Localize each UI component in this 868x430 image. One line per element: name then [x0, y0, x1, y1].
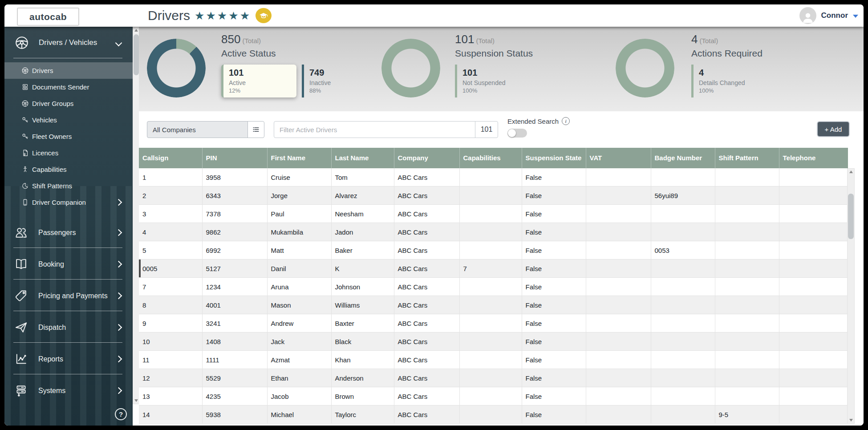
column-header-suspension-state[interactable]: Suspension State: [522, 148, 586, 168]
person-icon: [801, 11, 815, 24]
stat-item-active[interactable]: 101 Active 12%: [221, 65, 296, 97]
stat-item-inactive[interactable]: 749 Inactive 88%: [302, 65, 367, 97]
user-menu[interactable]: Connor: [799, 4, 858, 27]
table-row[interactable]: 00055127DanilKABC Cars7False: [139, 260, 848, 278]
table-cell: 14: [139, 406, 202, 424]
sidebar-item-capabilities[interactable]: Capabilities: [4, 161, 133, 178]
column-header-first-name[interactable]: First Name: [267, 148, 331, 168]
column-header-pin[interactable]: PIN: [202, 148, 267, 168]
help-button[interactable]: ?: [115, 408, 127, 420]
chart-icon: [14, 352, 28, 366]
table-cell: 9862: [202, 223, 267, 241]
sidebar-section-reports[interactable]: Reports: [4, 343, 133, 375]
sidebar-item-shift-patterns[interactable]: Shift Patterns: [4, 178, 133, 194]
table-cell: False: [522, 241, 586, 260]
table-row[interactable]: 13958CruiseTomABC CarsFalse: [139, 168, 848, 187]
scroll-up-arrow[interactable]: [848, 169, 854, 175]
stat-item-not-suspended[interactable]: 101 Not Suspended 100%: [455, 65, 520, 97]
table-scrollbar[interactable]: [847, 168, 855, 424]
stat-total: 101(Total): [455, 32, 533, 46]
sidebar-section-dispatch[interactable]: Dispatch: [4, 312, 133, 343]
table-cell: [779, 205, 848, 223]
column-header-company[interactable]: Company: [394, 148, 459, 168]
scroll-down-arrow[interactable]: [133, 398, 139, 404]
sidebar-item-drivers[interactable]: Drivers: [4, 62, 133, 79]
sidebar-section-booking[interactable]: Booking: [4, 248, 133, 280]
column-header-telephone[interactable]: Telephone: [779, 148, 848, 168]
table-row[interactable]: 111111AzmatKhanABC CarsFalse: [139, 351, 848, 369]
sidebar-section-passengers[interactable]: Passengers: [4, 217, 133, 248]
table-cell: [715, 205, 779, 223]
table-cell: Neesham: [331, 205, 394, 223]
column-header-badge-number[interactable]: Badge Number: [651, 148, 715, 168]
sidebar-item-label: Vehicles: [32, 116, 57, 124]
info-icon[interactable]: i: [562, 117, 570, 125]
table-cell: Mukambila: [267, 223, 331, 241]
chevron-right-icon: [115, 356, 122, 363]
table-cell: False: [522, 406, 586, 424]
table-cell: Cruise: [267, 168, 331, 187]
company-select[interactable]: All Companies: [147, 121, 264, 138]
sidebar-section-pricing-and-payments[interactable]: Pricing and Payments: [4, 280, 133, 312]
table-row[interactable]: 37378PaulNeeshamABC CarsFalse: [139, 205, 848, 223]
scroll-up-arrow[interactable]: [133, 27, 139, 33]
table-row[interactable]: 145938MichaelTaylorcABC CarsFalse9-5: [139, 406, 848, 424]
scroll-thumb[interactable]: [848, 194, 854, 239]
column-header-capabilities[interactable]: Capabilities: [459, 148, 522, 168]
driver-filter-input[interactable]: [274, 126, 475, 134]
table-cell: 4: [139, 223, 202, 241]
scroll-thumb[interactable]: [134, 34, 139, 75]
table-cell: 3: [139, 205, 202, 223]
table-cell: ABC Cars: [394, 369, 459, 387]
table-cell: Matt: [267, 241, 331, 260]
sidebar-item-vehicles[interactable]: Vehicles: [4, 112, 133, 128]
table-row[interactable]: 134235JacobBrownABC CarsFalse: [139, 387, 848, 406]
sidebar-item-driver-groups[interactable]: Driver Groups: [4, 95, 133, 112]
table-row[interactable]: 93241AndrewBaxterABC CarsFalse: [139, 314, 848, 333]
autocab-logo[interactable]: autocab: [17, 8, 79, 26]
extended-search-toggle[interactable]: [507, 129, 527, 138]
table-cell: False: [522, 387, 586, 406]
table-cell: [459, 351, 522, 369]
column-header-last-name[interactable]: Last Name: [331, 148, 394, 168]
sidebar-section-systems[interactable]: Systems: [4, 375, 133, 406]
table-row[interactable]: 26343JorgeAlvarezABC CarsFalse56yui89: [139, 187, 848, 205]
sidebar-item-documents-sender[interactable]: Documents Sender: [4, 79, 133, 95]
table-cell: Alvarez: [331, 187, 394, 205]
table-row[interactable]: 101408JackBlackABC CarsFalse: [139, 333, 848, 351]
scroll-down-arrow[interactable]: [848, 417, 854, 423]
table-cell: Khan: [331, 351, 394, 369]
table-cell: 9: [139, 314, 202, 333]
table-cell: [586, 168, 651, 187]
table-row[interactable]: 49862MukambilaJadonABC CarsFalse: [139, 223, 848, 241]
table-cell: [586, 387, 651, 406]
sidebar-item-driver-companion[interactable]: Driver Companion: [4, 194, 133, 211]
table-cell: Paul: [267, 205, 331, 223]
table-cell: ABC Cars: [394, 333, 459, 351]
table-cell: Tom: [331, 168, 394, 187]
table-cell: [779, 168, 848, 187]
company-select-value: All Companies: [147, 126, 247, 134]
add-driver-button[interactable]: + Add: [817, 121, 850, 137]
stat-item-details-changed[interactable]: 4 Details Changed 100%: [691, 65, 757, 97]
sidebar-item-fleet-owners[interactable]: Fleet Owners: [4, 128, 133, 145]
sidebar-item-licences[interactable]: Licences: [4, 145, 133, 161]
company-list-button[interactable]: [247, 122, 264, 138]
table-row[interactable]: 56992MattBakerABC CarsFalse0053: [139, 241, 848, 260]
column-header-callsign[interactable]: Callsign: [139, 148, 202, 168]
table-cell: [586, 260, 651, 278]
stat-pct: 12%: [229, 87, 291, 94]
sidebar-group-drivers-vehicles[interactable]: Drivers / Vehicles: [4, 31, 133, 54]
table-cell: Jadon: [331, 223, 394, 241]
sidebar-item-label: Capabilities: [32, 166, 67, 173]
divider: [13, 58, 122, 58]
sidebar-section-label: Booking: [38, 260, 64, 268]
table-cell: [459, 333, 522, 351]
suspension-status-donut-chart: [381, 39, 440, 97]
table-row[interactable]: 125529EthanAndersonABC CarsFalse: [139, 369, 848, 387]
table-row[interactable]: 84001MasonWilliamsABC CarsFalse: [139, 296, 848, 314]
column-header-vat[interactable]: VAT: [586, 148, 651, 168]
table-row[interactable]: 71234ArunaJohnsonABC CarsFalse: [139, 278, 848, 296]
logo-text: autocab: [29, 12, 67, 22]
column-header-shift-pattern[interactable]: Shift Pattern: [715, 148, 779, 168]
